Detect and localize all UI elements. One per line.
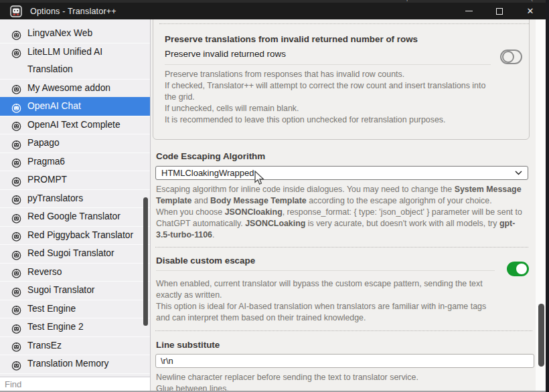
sidebar-item-label: OpenAI Text Complete bbox=[27, 116, 143, 134]
sidebar-item-label: Reverso bbox=[27, 264, 143, 282]
translator-robot-icon bbox=[11, 102, 21, 112]
content-scrollbar-track[interactable] bbox=[536, 19, 546, 391]
sidebar-list: LingvaNex Web LiteLLM Unified AI Transla… bbox=[0, 25, 150, 376]
sidebar-item[interactable]: Sugoi Translator bbox=[0, 281, 150, 300]
sidebar-item[interactable]: LiteLLM Unified AI Translation bbox=[0, 43, 150, 79]
preserve-heading: Preserve translations from invalid retur… bbox=[165, 34, 522, 45]
sidebar-item-label: Sugoi Translator bbox=[27, 282, 143, 300]
translator-robot-icon bbox=[11, 120, 21, 130]
translator-robot-icon bbox=[11, 175, 21, 185]
sidebar-item-label: Papago bbox=[27, 134, 143, 153]
sidebar-item-label: Test Engine 2 bbox=[27, 318, 143, 336]
preserve-description: Preserve translations from responses tha… bbox=[165, 69, 522, 126]
sidebar-item-label: Red Sugoi Translator bbox=[27, 245, 143, 263]
translator-robot-icon bbox=[11, 47, 21, 57]
dotted-separator bbox=[159, 23, 530, 24]
code-escaping-select-value: HTMLCloakingWrapped bbox=[161, 169, 515, 177]
sidebar-item-label: PROMPT bbox=[27, 171, 143, 189]
translator-robot-icon bbox=[11, 322, 21, 332]
sidebar-item[interactable]: Test Engine bbox=[0, 300, 150, 318]
disable-escape-row: Disable custom escape bbox=[156, 256, 529, 276]
window-controls: ✕ bbox=[453, 3, 546, 19]
close-icon: ✕ bbox=[527, 7, 534, 15]
sidebar-item-label: Translation Memory bbox=[27, 355, 143, 373]
content-scrollbar-thumb[interactable] bbox=[538, 304, 544, 367]
minimize-icon bbox=[465, 11, 473, 11]
sidebar-item[interactable]: Watson bbox=[0, 373, 150, 377]
titlebar: Options - Translator++ ✕ bbox=[0, 3, 546, 19]
sidebar-item-label: Watson bbox=[27, 374, 143, 377]
toggle-knob bbox=[502, 51, 514, 63]
translator-robot-icon bbox=[11, 212, 21, 222]
sidebar-item-label: Red Piggyback Translator bbox=[27, 227, 143, 245]
toggle-knob bbox=[516, 264, 527, 274]
line-substitute-description: Newline character replacer before sendin… bbox=[156, 372, 536, 391]
translator-robot-icon bbox=[11, 304, 21, 314]
sidebar-item[interactable]: Reverso bbox=[0, 263, 150, 282]
sidebar-item[interactable]: Red Sugoi Translator bbox=[0, 244, 150, 263]
sidebar-item[interactable]: Red Piggyback Translator bbox=[0, 226, 150, 245]
find-input[interactable] bbox=[0, 377, 150, 391]
sidebar-item[interactable]: Pragma6 bbox=[0, 153, 150, 171]
disable-custom-escape-toggle[interactable] bbox=[507, 262, 529, 276]
maximize-button[interactable] bbox=[484, 3, 515, 19]
toggle-on-icon bbox=[507, 262, 529, 276]
translator-robot-icon bbox=[11, 359, 21, 369]
sidebar-item[interactable]: OpenAI Text Complete bbox=[0, 116, 150, 134]
preserve-toggle-label: Preserve invalid returned rows bbox=[165, 49, 491, 65]
sidebar-item-label: LiteLLM Unified AI Translation bbox=[27, 43, 143, 79]
translator-robot-icon bbox=[11, 340, 21, 351]
translator-robot-icon bbox=[11, 193, 21, 203]
sidebar-item[interactable]: Test Engine 2 bbox=[0, 318, 150, 336]
code-escaping-select[interactable]: HTMLCloakingWrapped bbox=[155, 166, 528, 180]
translator-robot-icon bbox=[11, 138, 21, 149]
disable-custom-escape-description: When enabled, current translator will by… bbox=[156, 278, 536, 324]
sidebar-item-label: TransEz bbox=[27, 337, 143, 355]
sidebar-item-label: OpenAI Chat bbox=[27, 98, 143, 116]
disable-custom-escape-heading: Disable custom escape bbox=[156, 256, 495, 266]
dotted-separator bbox=[155, 330, 532, 331]
sidebar-scrollbar-thumb[interactable] bbox=[143, 197, 148, 326]
disable-escape-heading-wrap: Disable custom escape bbox=[156, 256, 495, 271]
close-button[interactable]: ✕ bbox=[515, 3, 546, 19]
background-tabs-fragment: Start Home Translator bbox=[4, 0, 96, 1]
sidebar-item[interactable]: My Awesome addon bbox=[0, 79, 150, 98]
sidebar-item[interactable]: OpenAI Chat bbox=[0, 97, 150, 116]
sidebar-item-label: Pragma6 bbox=[27, 153, 143, 171]
translator-robot-icon bbox=[11, 286, 21, 296]
preserve-toggle[interactable] bbox=[500, 50, 522, 64]
settings-panel: p p Preserve translations from invalid r… bbox=[153, 19, 536, 391]
dotted-separator bbox=[155, 247, 528, 248]
window-body: LingvaNex Web LiteLLM Unified AI Transla… bbox=[0, 19, 546, 392]
line-substitute-input[interactable] bbox=[155, 354, 534, 368]
translator-robot-icon bbox=[11, 230, 21, 240]
translator-robot-icon bbox=[11, 83, 21, 93]
translator-robot-icon bbox=[11, 249, 21, 259]
sidebar-item[interactable]: PROMPT bbox=[0, 171, 150, 189]
window-title: Options - Translator++ bbox=[30, 7, 116, 16]
sidebar-item[interactable]: pyTranslators bbox=[0, 189, 150, 208]
sidebar-item-label: Test Engine bbox=[27, 300, 143, 318]
minimize-button[interactable] bbox=[453, 3, 484, 19]
background-right-edge bbox=[546, 0, 549, 392]
translator-robot-icon bbox=[11, 29, 21, 39]
sidebar-item-label: Red Google Translator bbox=[27, 208, 143, 226]
preserve-section-box: p p Preserve translations from invalid r… bbox=[153, 19, 530, 140]
sidebar-item[interactable]: Papago bbox=[0, 134, 150, 153]
line-substitute-heading: Line substitute bbox=[156, 340, 536, 351]
options-window: Options - Translator++ ✕ LingvaNex Web bbox=[0, 3, 546, 392]
toggle-off-icon bbox=[500, 50, 522, 64]
translator-robot-icon bbox=[11, 267, 21, 277]
sidebar-item[interactable]: Red Google Translator bbox=[0, 207, 150, 226]
background-title-fragment: BlackFrames Sample.trans - Translator++ … bbox=[351, 0, 548, 1]
sidebar: LingvaNex Web LiteLLM Unified AI Transla… bbox=[0, 19, 151, 391]
sidebar-item[interactable]: LingvaNex Web bbox=[0, 25, 150, 43]
code-escaping-heading: Code Escaping Algorithm bbox=[156, 151, 536, 162]
code-escaping-description: Escaping algorithm for inline code insid… bbox=[156, 184, 536, 241]
sidebar-item-label: My Awesome addon bbox=[27, 80, 143, 98]
sidebar-item[interactable]: TransEz bbox=[0, 336, 150, 355]
sidebar-item[interactable]: Translation Memory bbox=[0, 355, 150, 373]
maximize-icon bbox=[496, 8, 503, 15]
translator-robot-icon bbox=[11, 157, 21, 167]
chevron-down-icon bbox=[515, 167, 522, 179]
